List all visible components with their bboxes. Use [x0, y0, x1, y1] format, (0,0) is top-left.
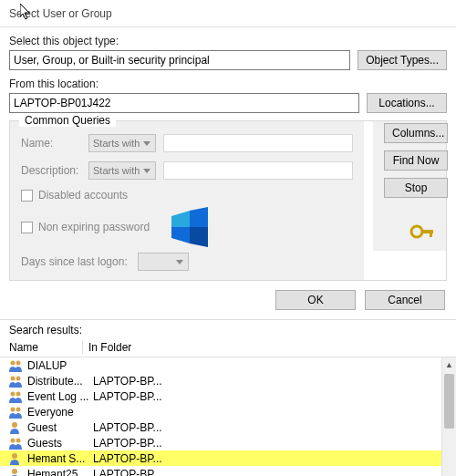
result-name: Hemant25...	[27, 468, 91, 477]
common-queries-fieldset: Common Queries Name: Starts with Descrip…	[9, 120, 447, 281]
columns-button[interactable]: Columns...	[384, 123, 448, 143]
object-type-input[interactable]	[9, 50, 350, 70]
result-name: DIALUP	[27, 359, 91, 372]
result-name: Guests	[27, 437, 91, 450]
result-folder: LAPTOP-BP...	[91, 468, 447, 477]
cancel-button[interactable]: Cancel	[365, 290, 445, 310]
result-name: Distribute...	[27, 375, 91, 388]
location-input[interactable]	[9, 93, 359, 113]
user-icon	[9, 468, 24, 477]
object-types-button[interactable]: Object Types...	[358, 50, 447, 70]
results-scrollbar[interactable]: ▲ ▼	[441, 357, 456, 476]
non-expiring-checkbox[interactable]	[21, 222, 33, 233]
ok-button[interactable]: OK	[275, 290, 356, 310]
column-name[interactable]: Name	[9, 341, 82, 354]
svg-point-7	[11, 360, 16, 365]
scroll-up-button[interactable]: ▲	[442, 357, 456, 372]
svg-marker-2	[171, 227, 190, 243]
svg-point-15	[12, 422, 17, 428]
result-folder: LAPTOP-BP...	[91, 437, 447, 450]
name-input[interactable]	[163, 134, 353, 152]
description-input[interactable]	[163, 161, 353, 180]
name-label: Name:	[21, 137, 81, 150]
group-icon	[9, 359, 24, 372]
stop-button[interactable]: Stop	[384, 178, 448, 198]
svg-marker-3	[190, 227, 208, 247]
result-name: Guest	[27, 421, 91, 434]
scroll-thumb[interactable]	[444, 374, 454, 429]
group-icon	[9, 437, 24, 450]
result-row[interactable]: GuestLAPTOP-BP...	[0, 419, 456, 435]
locations-button[interactable]: Locations...	[367, 93, 447, 113]
svg-point-17	[16, 438, 21, 442]
result-row[interactable]: Event Log ...LAPTOP-BP...	[0, 388, 456, 404]
result-folder: LAPTOP-BP...	[91, 375, 447, 388]
object-type-label: Select this object type:	[9, 35, 447, 47]
windows-logo-icon	[170, 207, 210, 247]
search-key-icon	[409, 222, 435, 242]
location-label: From this location:	[9, 78, 447, 90]
result-name: Everyone	[27, 406, 91, 419]
svg-point-11	[11, 391, 16, 396]
dialog-body: Select this object type: Object Types...…	[0, 27, 456, 281]
group-icon	[9, 375, 24, 388]
svg-point-18	[12, 453, 17, 459]
result-folder: LAPTOP-BP...	[91, 421, 447, 434]
results-header: Name In Folder	[0, 338, 456, 357]
results-body[interactable]: DIALUPDistribute...LAPTOP-BP...Event Log…	[0, 357, 456, 476]
column-in-folder[interactable]: In Folder	[82, 341, 447, 354]
disabled-accounts-label: Disabled accounts	[38, 189, 128, 202]
result-row[interactable]: Hemant25...LAPTOP-BP...	[0, 466, 456, 476]
svg-point-8	[16, 360, 21, 365]
non-expiring-label: Non expiring password	[38, 221, 150, 233]
common-queries-legend: Common Queries	[19, 114, 116, 127]
days-since-logon-combo[interactable]	[138, 253, 189, 271]
result-name: Hemant S...	[27, 452, 91, 465]
svg-point-14	[16, 407, 21, 411]
user-icon	[9, 421, 24, 434]
window-title: Select User or Group	[9, 7, 112, 20]
svg-marker-0	[171, 211, 190, 227]
find-now-button[interactable]: Find Now	[384, 150, 448, 171]
svg-marker-1	[190, 207, 208, 227]
days-since-logon-label: Days since last logon:	[21, 255, 130, 268]
group-icon	[9, 406, 24, 419]
svg-point-16	[11, 438, 16, 442]
result-row[interactable]: Hemant S...LAPTOP-BP...	[0, 450, 456, 466]
description-mode-combo[interactable]: Starts with	[88, 161, 156, 180]
description-label: Description:	[21, 164, 81, 177]
user-icon	[9, 452, 24, 465]
result-folder: LAPTOP-BP...	[91, 390, 447, 403]
disabled-accounts-checkbox[interactable]	[21, 190, 33, 202]
svg-point-12	[16, 391, 21, 396]
svg-point-13	[11, 407, 16, 411]
svg-point-19	[12, 469, 17, 474]
group-icon	[9, 390, 24, 403]
dialog-button-row: OK Cancel	[0, 281, 456, 319]
svg-rect-6	[430, 230, 432, 237]
svg-point-10	[16, 376, 21, 380]
svg-point-9	[11, 376, 16, 380]
title-bar: Select User or Group	[0, 0, 456, 27]
search-results: Search results: Name In Folder DIALUPDis…	[0, 319, 456, 476]
result-row[interactable]: Everyone	[0, 404, 456, 419]
result-row[interactable]: Distribute...LAPTOP-BP...	[0, 373, 456, 388]
result-folder: LAPTOP-BP...	[91, 452, 447, 465]
result-name: Event Log ...	[27, 390, 91, 403]
result-row[interactable]: DIALUP	[0, 357, 456, 373]
svg-point-4	[411, 226, 422, 237]
name-mode-combo[interactable]: Starts with	[88, 134, 156, 152]
search-results-label: Search results:	[0, 320, 456, 338]
result-row[interactable]: GuestsLAPTOP-BP...	[0, 435, 456, 450]
